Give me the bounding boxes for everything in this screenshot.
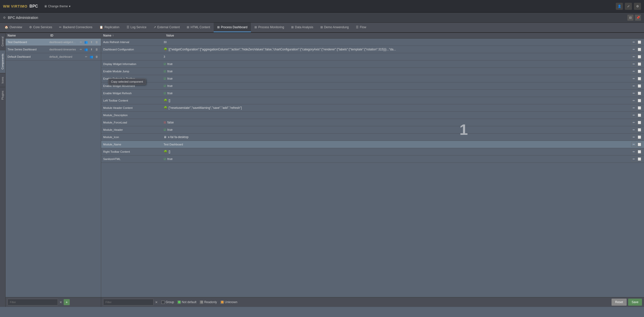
collapse-btn[interactable]: ⊟: [627, 15, 633, 21]
save-button[interactable]: Save: [628, 299, 642, 306]
config-row[interactable]: Enable Widget Movement ☑ true ✏ ⬜: [101, 82, 644, 90]
list-item[interactable]: Test Dashboard dashboard-widget-test-d..…: [6, 39, 101, 46]
unknown-checkbox[interactable]: [220, 301, 224, 304]
tab-demo-anwendung[interactable]: ⊞ Demo Anwendung: [317, 23, 352, 32]
tab-overview[interactable]: 🏠 Overview: [1, 23, 26, 32]
config-row[interactable]: Module_Header ☑ true ✏ ⬜: [101, 126, 644, 134]
config-row[interactable]: Dashboard Configuration 🌳 [{"widgetConfi…: [101, 46, 644, 53]
expand-icon-btn[interactable]: ⤢: [625, 3, 632, 10]
edit-btn[interactable]: ✏: [79, 47, 83, 52]
side-tab-general[interactable]: General: [0, 33, 5, 50]
delete-btn[interactable]: 🗑: [94, 54, 99, 59]
row-edit-btn[interactable]: ✏: [631, 69, 636, 74]
row-copy-btn[interactable]: ⬜: [637, 105, 642, 110]
config-row[interactable]: 3 ✏ ⬜: [101, 53, 644, 60]
config-row[interactable]: Enable Refresh in Toolbar ☑ true ✏ ⬜: [101, 75, 644, 82]
row-copy-btn[interactable]: ⬜: [637, 98, 642, 103]
row-copy-btn[interactable]: ⬜: [637, 91, 642, 96]
row-copy-btn[interactable]: ⬜: [637, 120, 642, 125]
tab-data-analysis[interactable]: ⊞ Data Analysis: [288, 23, 317, 32]
row-edit-btn[interactable]: ✏: [631, 142, 636, 147]
delete-btn[interactable]: 🗑: [94, 40, 99, 44]
row-edit-btn[interactable]: ✏: [631, 54, 636, 59]
tab-replication[interactable]: 📋 Replication: [96, 23, 123, 32]
row-copy-btn[interactable]: ⬜: [637, 135, 642, 140]
reset-button[interactable]: Reset: [612, 299, 626, 306]
row-copy-btn[interactable]: ⬜: [637, 76, 642, 81]
settings-icon-btn[interactable]: ⚙: [634, 3, 641, 10]
config-row[interactable]: SanitizeHTML ☑ true ✏ ⬜: [101, 155, 644, 163]
row-edit-btn[interactable]: ✏: [631, 98, 636, 103]
config-row[interactable]: Module_Icon 🖥 x-fal fa-desktop ✏ ⬜: [101, 134, 644, 141]
row-copy-btn[interactable]: ⬜: [637, 40, 642, 45]
config-row[interactable]: Enable Widget Refresh ☑ true ✏ ⬜: [101, 90, 644, 97]
row-edit-btn[interactable]: ✏: [631, 47, 636, 52]
config-row[interactable]: Module_Name Test Dashboard ✏ ⬜: [101, 141, 644, 148]
tab-process-dashboard[interactable]: ⊞ Process Dashboard: [214, 23, 251, 32]
tab-log-service[interactable]: ☰ Log Service: [123, 23, 150, 32]
tab-external-content[interactable]: ↗ External Content: [150, 23, 183, 32]
config-row[interactable]: Module_ForceLoad ☒ false ✏ ⬜: [101, 119, 644, 126]
group-legend-item: Group: [161, 300, 174, 304]
tab-core-services[interactable]: ⚙ Core Services: [26, 23, 56, 32]
row-edit-btn[interactable]: ✏: [631, 76, 636, 81]
copy-btn[interactable]: 👥: [84, 40, 88, 44]
side-tab-components[interactable]: Components: [0, 50, 5, 73]
delete-btn[interactable]: 🗑: [94, 47, 99, 52]
config-row[interactable]: Right Toolbar Content 🌳 [] ✏ ⬜: [101, 148, 644, 155]
config-row[interactable]: Module_Description ✏ ⬜: [101, 112, 644, 119]
export-btn[interactable]: ⬆: [89, 40, 94, 44]
row-copy-btn[interactable]: ⬜: [637, 54, 642, 59]
tab-flow[interactable]: ☰ Flow: [352, 23, 370, 32]
copy-btn[interactable]: 👥: [84, 47, 88, 52]
row-copy-btn[interactable]: ⬜: [637, 83, 642, 88]
row-copy-btn[interactable]: ⬜: [637, 149, 642, 154]
row-copy-btn[interactable]: ⬜: [637, 61, 642, 67]
row-edit-btn[interactable]: ✏: [631, 91, 636, 96]
row-edit-btn[interactable]: ✏: [631, 149, 636, 154]
left-filter-clear-btn[interactable]: ✕: [59, 300, 62, 304]
config-row[interactable]: Module Header Content 🌳 ["resetuserstate…: [101, 104, 644, 112]
config-row[interactable]: Display Widget Information ☑ true ✏ ⬜: [101, 60, 644, 68]
row-copy-btn[interactable]: ⬜: [637, 142, 642, 147]
tab-backend-connections[interactable]: ✏ Backend Connections: [56, 23, 96, 32]
row-edit-btn[interactable]: ✏: [631, 127, 636, 132]
tab-process-monitoring[interactable]: ⊞ Process Monitoring: [251, 23, 288, 32]
row-copy-btn[interactable]: ⬜: [637, 113, 642, 118]
row-edit-btn[interactable]: ✏: [631, 105, 636, 110]
row-edit-btn[interactable]: ✏: [631, 61, 636, 67]
left-filter-input[interactable]: [8, 299, 58, 305]
copy-btn[interactable]: 👥: [89, 54, 94, 59]
row-copy-btn[interactable]: ⬜: [637, 47, 642, 52]
row-edit-btn[interactable]: ✏: [631, 156, 636, 162]
left-filter-add-btn[interactable]: +: [64, 299, 70, 305]
pin-btn[interactable]: 📌: [635, 15, 641, 21]
row-edit-btn[interactable]: ✏: [631, 113, 636, 118]
right-filter-input[interactable]: [103, 299, 154, 305]
row-copy-btn[interactable]: ⬜: [637, 69, 642, 74]
list-item[interactable]: Default Dashboard default_dashboard ✏ 👥 …: [6, 53, 101, 60]
user-icon-btn[interactable]: 👤: [616, 3, 623, 10]
group-checkbox[interactable]: [161, 301, 165, 304]
row-edit-btn[interactable]: ✏: [631, 135, 636, 140]
row-edit-btn[interactable]: ✏: [631, 120, 636, 125]
change-theme-label: Change theme: [48, 5, 68, 8]
not-default-checkbox[interactable]: [177, 301, 181, 304]
edit-btn[interactable]: ✏: [79, 40, 83, 44]
right-filter-clear-btn[interactable]: ✕: [155, 300, 158, 304]
row-edit-btn[interactable]: ✏: [631, 40, 636, 45]
row-copy-btn[interactable]: ⬜: [637, 127, 642, 132]
config-row[interactable]: Left Toolbar Content 🌳 [] ✏ ⬜: [101, 97, 644, 104]
readonly-checkbox[interactable]: [200, 301, 203, 304]
list-item[interactable]: Time Series Dashboard dashboard-timeseri…: [6, 46, 101, 53]
side-tab-icons[interactable]: Icons: [0, 73, 5, 87]
row-edit-btn[interactable]: ✏: [631, 83, 636, 88]
side-tab-plugins[interactable]: Plugins: [0, 87, 5, 103]
config-row[interactable]: Enable Module Jump ☑ true ✏ ⬜: [101, 68, 644, 75]
config-row[interactable]: Auto Refresh Interval 30 ✏ ⬜: [101, 39, 644, 46]
row-copy-btn[interactable]: ⬜: [637, 156, 642, 162]
edit-btn[interactable]: ✏: [84, 54, 88, 59]
change-theme-button[interactable]: 🖥 Change theme ▾: [42, 4, 72, 9]
export-btn[interactable]: ⬆: [89, 47, 94, 52]
tab-html-content[interactable]: ⊞ HTML Content: [183, 23, 214, 32]
